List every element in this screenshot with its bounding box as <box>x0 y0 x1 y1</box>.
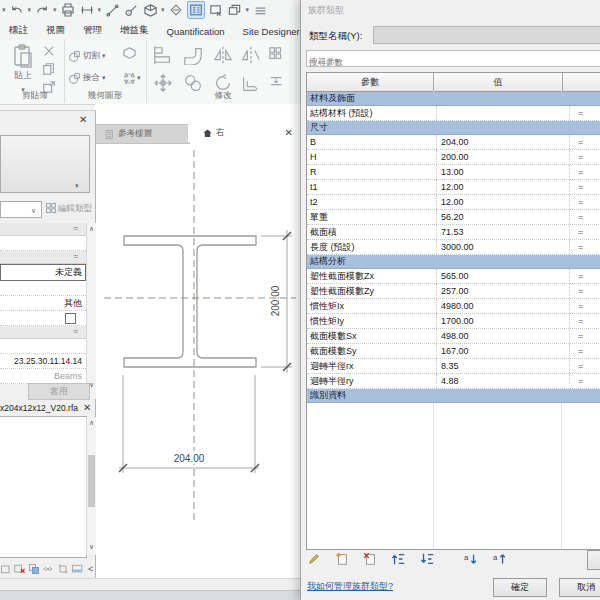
search-parameters-input[interactable] <box>307 54 600 71</box>
view-tab-reference-level[interactable]: 參考樓層 <box>95 124 190 144</box>
edit-type-button[interactable]: 編輯類型 <box>58 203 92 215</box>
omniclass-number-value[interactable]: 23.25.30.11.14.14 <box>0 354 86 369</box>
parameter-row[interactable]: H200.00= <box>307 150 600 165</box>
property-value-row[interactable] <box>0 281 86 296</box>
palette-scrollbar[interactable]: ∧ ∨ <box>86 223 96 399</box>
property-value-row[interactable] <box>0 339 86 354</box>
cell-value[interactable]: 4980.00 <box>437 299 570 313</box>
join-geometry-button[interactable]: 接合▾ <box>68 70 106 86</box>
cell-value[interactable] <box>437 106 570 120</box>
width-dimension[interactable]: 204.00 <box>119 375 259 473</box>
move-down-icon[interactable] <box>420 552 435 566</box>
parameter-row[interactable]: 塑性截面模數Zy257.00= <box>307 284 600 299</box>
help-link[interactable]: 我如何管理族群類型? <box>307 580 393 593</box>
3d-view-icon[interactable] <box>142 2 158 18</box>
cell-value[interactable]: 257.00 <box>437 284 570 298</box>
parameter-row[interactable]: 單重56.20= <box>307 210 600 225</box>
section-icon[interactable] <box>168 2 184 18</box>
overflow-caret-icon[interactable]: ▾ <box>2 2 6 18</box>
crop-view-icon[interactable] <box>57 563 69 575</box>
parameter-row[interactable]: 塑性截面模數Zx565.00= <box>307 269 600 284</box>
type-selector-caret-icon[interactable]: ▾ <box>75 178 79 194</box>
cell-value[interactable]: 12.00 <box>437 195 570 209</box>
browser-scroll-down-icon[interactable]: ∨ <box>87 543 96 551</box>
parameter-row[interactable]: t112.00= <box>307 180 600 195</box>
cell-value[interactable]: 12.00 <box>437 180 570 194</box>
tab-quantification[interactable]: Quantification <box>158 23 234 40</box>
parameter-row[interactable]: 結構材料 (預設)= <box>307 106 600 121</box>
align-icon[interactable] <box>152 45 174 65</box>
cope-icon[interactable] <box>182 45 204 65</box>
parameter-row[interactable]: 長度 (預設)3000.00= <box>307 240 600 255</box>
cell-value[interactable]: 4.88 <box>437 374 570 388</box>
cell-value[interactable]: 13.00 <box>437 165 570 179</box>
cell-value[interactable]: 498.00 <box>437 329 570 343</box>
parameter-row[interactable]: 慣性矩Iy1700.00= <box>307 314 600 329</box>
ibeam-outline[interactable] <box>124 236 256 367</box>
cancel-button[interactable]: 取消 <box>559 578 600 597</box>
project-browser-close-icon[interactable]: ✕ <box>83 403 91 413</box>
tag-icon[interactable]: 1 <box>123 2 139 18</box>
parameter-row[interactable]: 截面模數Sy167.00= <box>307 344 600 359</box>
scroll-up-icon[interactable]: ∧ <box>87 225 96 233</box>
cell-value[interactable]: 8.35 <box>437 359 570 373</box>
parameter-row[interactable]: 截面模數Sx498.00= <box>307 329 600 344</box>
column-header-value[interactable]: 值 <box>434 73 563 91</box>
delete-type-icon[interactable] <box>363 552 377 566</box>
parameter-row[interactable]: R13.00= <box>307 165 600 180</box>
cell-value[interactable]: 3000.00 <box>437 240 570 254</box>
view-tab-close-icon[interactable]: ✕ <box>285 128 293 138</box>
redo-caret-icon[interactable]: ▾ <box>53 2 57 18</box>
column-header-formula[interactable] <box>563 73 600 91</box>
tab-annotate[interactable]: 標註 <box>0 21 37 40</box>
switch-windows-caret-icon[interactable]: ▾ <box>246 2 250 18</box>
print-icon[interactable] <box>60 2 76 18</box>
mirror-axis-icon[interactable] <box>212 45 234 65</box>
column-header-parameter[interactable]: 參數 <box>307 73 434 91</box>
manage-lookup-button[interactable] <box>587 550 600 570</box>
tab-addins[interactable]: 增益集 <box>111 21 158 40</box>
browser-scroll-up-icon[interactable]: ∧ <box>87 419 96 427</box>
filter-combo[interactable]: ∨ <box>0 201 42 218</box>
omniclass-title-value[interactable]: Beams <box>0 369 86 384</box>
cell-value[interactable]: 71.53 <box>437 225 570 239</box>
move-up-icon[interactable] <box>391 552 406 566</box>
type-name-combobox[interactable] <box>373 26 600 44</box>
new-type-icon[interactable] <box>335 552 349 566</box>
reveal-hidden-icon[interactable] <box>42 563 55 575</box>
editing-requests-icon[interactable] <box>14 563 26 575</box>
dimension-caret-icon[interactable]: ▾ <box>98 2 102 18</box>
property-value-row[interactable] <box>0 236 86 251</box>
search-parameters-box[interactable] <box>306 50 600 67</box>
section-header-row[interactable]: 尺寸 <box>307 121 600 135</box>
aligned-dimension-icon[interactable] <box>79 2 95 18</box>
project-browser-list[interactable] <box>0 416 87 558</box>
drawing-area[interactable]: 參考樓層 右 ✕ 200.00 <box>95 104 300 578</box>
cell-value[interactable]: 200.00 <box>437 150 570 164</box>
redo-icon[interactable] <box>34 2 50 18</box>
property-group-header[interactable]: ≈ <box>0 326 86 339</box>
parameter-row[interactable]: B204.00= <box>307 135 600 150</box>
family-types-icon[interactable] <box>187 1 205 19</box>
paint-icon[interactable] <box>122 46 137 61</box>
undo-caret-icon[interactable]: ▾ <box>28 2 32 18</box>
section-header-row[interactable]: 材料及飾面 <box>307 92 600 106</box>
delete-icon[interactable] <box>42 44 56 58</box>
apply-button[interactable]: 套用 <box>28 383 90 400</box>
cell-value[interactable]: 167.00 <box>437 344 570 358</box>
cell-value[interactable]: 56.20 <box>437 210 570 224</box>
offset-icon[interactable] <box>268 74 286 90</box>
cell-value[interactable]: 1700.00 <box>437 314 570 328</box>
preview-visibility-icon[interactable] <box>71 563 84 575</box>
switch-windows-icon[interactable] <box>227 2 243 18</box>
mirror-pick-icon[interactable] <box>240 45 262 65</box>
structural-material-value[interactable]: 未定義 <box>0 264 86 281</box>
cut-geometry-button[interactable]: 切割▾ <box>68 48 106 64</box>
ok-button[interactable]: 確定 <box>493 578 547 597</box>
collapse-toggles-icon[interactable]: < <box>88 564 93 574</box>
edit-pencil-icon[interactable] <box>307 552 321 566</box>
checkbox-row[interactable] <box>0 311 86 326</box>
sort-descending-icon[interactable]: a <box>492 552 507 566</box>
palette-close-icon[interactable]: ✕ <box>79 115 87 125</box>
other-value-row[interactable]: 其他 <box>0 296 86 311</box>
